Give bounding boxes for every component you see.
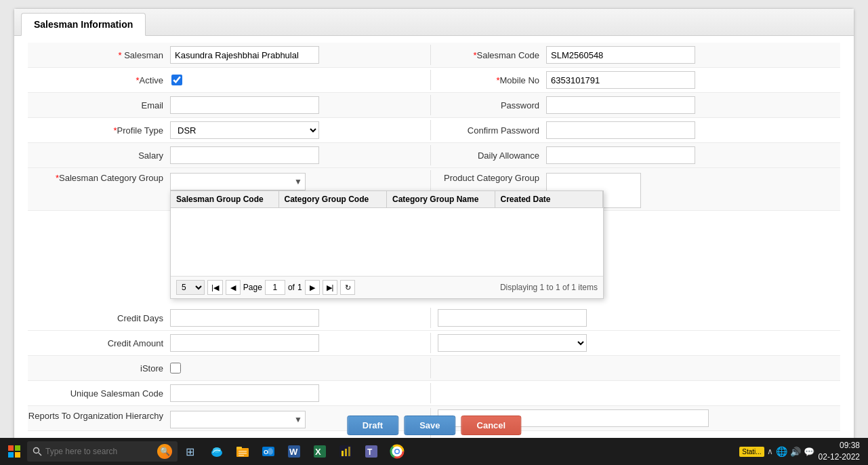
half-right-mobile: *Mobile No — [431, 70, 840, 90]
istore-label: iStore — [28, 363, 170, 373]
credit-amount-input[interactable] — [170, 334, 319, 352]
salesman-category-select[interactable]: ▼ — [170, 173, 306, 190]
svg-text:W: W — [289, 447, 298, 457]
daily-allowance-input[interactable] — [546, 146, 695, 164]
prev-page-btn[interactable]: ◀ — [226, 280, 241, 295]
row-credit-days: Credit Days — [28, 306, 840, 331]
credit-amount-select[interactable] — [438, 334, 587, 352]
next-page-btn[interactable]: ▶ — [305, 280, 320, 295]
half-right-daily-allowance: Daily Allowance — [431, 145, 840, 165]
svg-text:O: O — [264, 449, 268, 456]
confirm-password-label: Confirm Password — [438, 125, 546, 136]
tray-expand-btn[interactable]: ∧ — [767, 447, 773, 456]
svg-line-5 — [39, 453, 41, 456]
category-group-dropdown-table: Salesman Group Code Category Group Code … — [170, 190, 604, 299]
unique-salesman-code-input[interactable] — [170, 384, 319, 402]
form-body: * Salesman *Salesman Code *Active — [14, 36, 854, 465]
per-page-select[interactable]: 5 10 25 50 — [176, 280, 205, 295]
chrome-icon[interactable] — [385, 439, 409, 464]
bottom-buttons: Draft Save Cancel — [347, 410, 521, 438]
reports-to-select[interactable]: ▼ — [170, 411, 306, 428]
credit-amount-label: Credit Amount — [28, 338, 170, 348]
email-label: Email — [28, 100, 170, 110]
half-left-istore: iStore — [28, 358, 431, 378]
taskbar-search-bar: 🔍 — [27, 441, 178, 462]
dropdown-pagination: 5 10 25 50 |◀ ◀ Page of 1 — [171, 276, 603, 298]
task-view-button[interactable]: ⊞ — [179, 441, 201, 462]
salesman-code-input[interactable] — [546, 46, 695, 64]
half-left-credit-days: Credit Days — [28, 308, 431, 328]
mobile-no-input[interactable] — [546, 71, 695, 89]
confirm-password-input[interactable] — [546, 121, 695, 139]
half-left-active: *Active — [28, 70, 431, 90]
salary-input[interactable] — [170, 146, 319, 164]
half-left-credit-amount: Credit Amount — [28, 333, 431, 353]
cancel-button[interactable]: Cancel — [461, 416, 522, 435]
svg-rect-22 — [345, 449, 347, 456]
profile-type-select[interactable]: DSR SR ASM — [170, 121, 319, 139]
col-salesman-group-code: Salesman Group Code — [171, 191, 279, 207]
taskbar-date: 02-12-2022 — [819, 451, 860, 463]
half-left-email: Email — [28, 95, 431, 115]
credit-days-input[interactable] — [170, 309, 319, 327]
daily-allowance-label: Daily Allowance — [438, 150, 546, 161]
draft-button[interactable]: Draft — [347, 416, 398, 435]
tray-powerbi: Stati... — [739, 447, 764, 457]
row-salesman: * Salesman *Salesman Code — [28, 43, 840, 68]
mobile-no-label: *Mobile No — [438, 75, 546, 85]
tab-salesman-information[interactable]: Salesman Information — [21, 13, 146, 36]
salary-label: Salary — [28, 150, 170, 161]
active-checkbox[interactable] — [171, 75, 182, 85]
save-button[interactable]: Save — [404, 416, 455, 435]
svg-text:X: X — [315, 447, 321, 457]
svg-rect-3 — [15, 452, 20, 458]
powerbi-icon[interactable] — [333, 439, 358, 464]
password-input[interactable] — [546, 96, 695, 114]
half-right-confirm-password: Confirm Password — [431, 120, 840, 140]
reports-to-container: ▼ — [170, 411, 306, 428]
row-istore: iStore — [28, 356, 840, 381]
unique-salesman-code-label: Unique Salesman Code — [28, 388, 170, 399]
taskbar-search-input[interactable] — [45, 447, 154, 456]
svg-point-31 — [396, 450, 399, 453]
refresh-btn[interactable]: ↻ — [340, 280, 355, 295]
excel-icon[interactable]: X — [308, 439, 332, 464]
taskbar-apps: O W X — [205, 439, 409, 464]
half-right-credit-amount-right — [431, 333, 840, 353]
salesman-category-dropdown-container: ▼ Salesman Group Code Category Group Cod… — [170, 173, 306, 190]
file-explorer-icon[interactable] — [230, 439, 255, 464]
half-left-category-group: *Salesman Category Group ▼ Salesman Grou… — [28, 170, 431, 190]
half-right-credit-days-right — [431, 308, 840, 328]
taskbar: 🔍 ⊞ O — [0, 438, 868, 465]
teams-icon[interactable]: T — [359, 439, 384, 464]
last-page-btn[interactable]: ▶| — [323, 280, 338, 295]
dropdown-table-body — [171, 208, 603, 276]
svg-rect-12 — [239, 455, 244, 456]
col-category-group-code: Category Group Code — [279, 191, 388, 207]
outlook-icon[interactable]: O — [256, 439, 281, 464]
taskbar-search-icon — [33, 447, 42, 456]
required-marker: * — [119, 50, 122, 60]
first-page-btn[interactable]: |◀ — [207, 280, 223, 295]
istore-checkbox[interactable] — [170, 363, 181, 373]
row-unique-salesman: Unique Salesman Code — [28, 381, 840, 406]
edge-app-icon[interactable] — [205, 439, 229, 464]
taskbar-time: 09:38 — [819, 440, 860, 451]
row-active: *Active *Mobile No — [28, 68, 840, 93]
total-pages: 1 — [297, 283, 302, 292]
svg-rect-11 — [239, 453, 247, 454]
pagination-info: Displaying 1 to 1 of 1 items — [500, 283, 598, 292]
salesman-input[interactable] — [170, 46, 319, 64]
svg-rect-2 — [8, 452, 14, 458]
word-icon[interactable]: W — [282, 439, 306, 464]
half-right-unique-salesman — [431, 383, 840, 403]
email-input[interactable] — [170, 96, 319, 114]
row-salesman-category: *Salesman Category Group ▼ Salesman Grou… — [28, 168, 840, 211]
svg-point-14 — [268, 448, 273, 455]
credit-days-right-input[interactable] — [438, 309, 587, 327]
reports-to-arrow: ▼ — [291, 415, 305, 424]
start-button[interactable] — [3, 443, 26, 460]
sys-tray: Stati... ∧ 🌐 🔊 💬 — [739, 446, 814, 457]
page-number-input[interactable] — [265, 280, 285, 295]
half-right-password: Password — [431, 95, 840, 115]
